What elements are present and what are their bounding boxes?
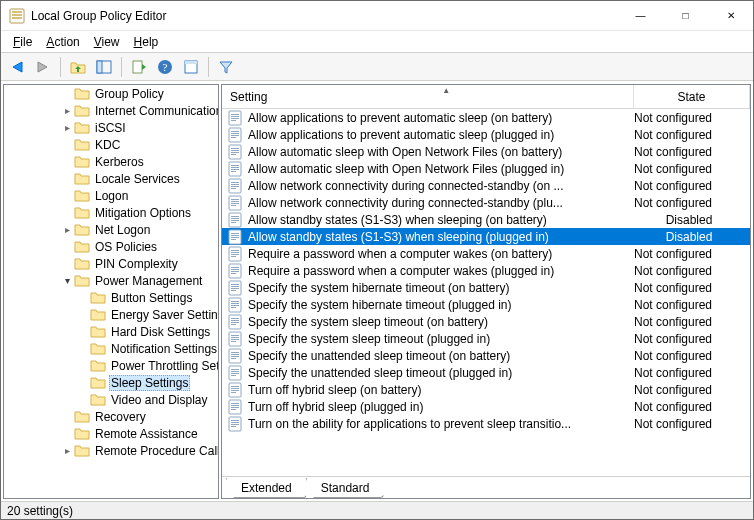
tree-node[interactable]: OS Policies [4, 238, 218, 255]
list-row[interactable]: Specify the system sleep timeout (plugge… [222, 330, 750, 347]
list-row[interactable]: Specify the unattended sleep timeout (on… [222, 347, 750, 364]
list-row[interactable]: Allow automatic sleep with Open Network … [222, 143, 750, 160]
tree-node[interactable]: Hard Disk Settings [4, 323, 218, 340]
list-row[interactable]: Turn on the ability for applications to … [222, 415, 750, 432]
tree-node[interactable]: Power Throttling Settings [4, 357, 218, 374]
policy-icon [228, 331, 244, 347]
tree-node-label: Net Logon [93, 223, 152, 237]
tree-node[interactable]: Logon [4, 187, 218, 204]
minimize-button[interactable]: — [618, 1, 663, 30]
list-row[interactable]: Allow applications to prevent automatic … [222, 109, 750, 126]
list-row[interactable]: Specify the system hibernate timeout (pl… [222, 296, 750, 313]
tree-node[interactable]: KDC [4, 136, 218, 153]
back-button[interactable] [5, 56, 29, 78]
chevron-down-icon[interactable]: ▾ [60, 275, 74, 286]
tree-node-label: Mitigation Options [93, 206, 193, 220]
setting-state: Not configured [634, 196, 750, 210]
close-button[interactable]: ✕ [708, 1, 753, 30]
menu-view[interactable]: View [88, 33, 126, 51]
forward-button[interactable] [31, 56, 55, 78]
tree-node-label: Energy Saver Settings [109, 308, 218, 322]
show-hide-tree-button[interactable] [92, 56, 116, 78]
toolbar-separator [60, 57, 61, 77]
chevron-right-icon[interactable]: ▸ [60, 105, 74, 116]
tree-node[interactable]: ▸iSCSI [4, 119, 218, 136]
properties-button[interactable] [179, 56, 203, 78]
tree-node[interactable]: ▸Net Logon [4, 221, 218, 238]
policy-icon [228, 212, 244, 228]
column-setting[interactable]: Setting ▲ [222, 85, 634, 108]
filter-button[interactable] [214, 56, 238, 78]
menu-file[interactable]: File [7, 33, 38, 51]
tree-node-label: Internet Communication Management [93, 104, 218, 118]
setting-name: Allow applications to prevent automatic … [248, 128, 634, 142]
tree-node[interactable]: Mitigation Options [4, 204, 218, 221]
tree-node-label: OS Policies [93, 240, 159, 254]
tree-node[interactable]: Recovery [4, 408, 218, 425]
details-tabs: Extended Standard [222, 476, 750, 498]
tree-node[interactable]: Energy Saver Settings [4, 306, 218, 323]
tree-node[interactable]: ▾Power Management [4, 272, 218, 289]
export-list-button[interactable] [127, 56, 151, 78]
tree-scroll[interactable]: Group Policy▸Internet Communication Mana… [4, 85, 218, 498]
setting-state: Not configured [634, 264, 750, 278]
help-button[interactable] [153, 56, 177, 78]
setting-name: Specify the system hibernate timeout (pl… [248, 298, 634, 312]
setting-name: Allow standby states (S1-S3) when sleepi… [248, 230, 634, 244]
list-row[interactable]: Specify the system sleep timeout (on bat… [222, 313, 750, 330]
tree-node[interactable]: Kerberos [4, 153, 218, 170]
setting-name: Specify the system sleep timeout (plugge… [248, 332, 634, 346]
list-row[interactable]: Allow network connectivity during connec… [222, 194, 750, 211]
chevron-right-icon[interactable]: ▸ [60, 445, 74, 456]
chevron-right-icon[interactable]: ▸ [60, 224, 74, 235]
up-button[interactable] [66, 56, 90, 78]
list-row[interactable]: Allow standby states (S1-S3) when sleepi… [222, 211, 750, 228]
setting-state: Not configured [634, 417, 750, 431]
setting-state: Not configured [634, 332, 750, 346]
settings-list: Setting ▲ State Allow applications to pr… [222, 85, 750, 476]
tree-node[interactable]: Notification Settings [4, 340, 218, 357]
tab-extended[interactable]: Extended [226, 478, 307, 498]
setting-state: Not configured [634, 111, 750, 125]
tree-node[interactable]: Sleep Settings [4, 374, 218, 391]
list-row[interactable]: Specify the system hibernate timeout (on… [222, 279, 750, 296]
column-setting-label: Setting [230, 90, 267, 104]
policy-icon [228, 195, 244, 211]
list-row[interactable]: Require a password when a computer wakes… [222, 262, 750, 279]
list-row[interactable]: Turn off hybrid sleep (on battery)Not co… [222, 381, 750, 398]
tree-node[interactable]: ▸Internet Communication Management [4, 102, 218, 119]
tree-node[interactable]: ▸Remote Procedure Call [4, 442, 218, 459]
menu-help[interactable]: Help [128, 33, 165, 51]
titlebar: Local Group Policy Editor — □ ✕ [1, 1, 753, 31]
list-row[interactable]: Allow automatic sleep with Open Network … [222, 160, 750, 177]
tree-node[interactable]: Group Policy [4, 85, 218, 102]
policy-icon [228, 314, 244, 330]
policy-icon [228, 178, 244, 194]
setting-state: Not configured [634, 162, 750, 176]
console-tree[interactable]: Group Policy▸Internet Communication Mana… [3, 84, 219, 499]
menu-action[interactable]: Action [40, 33, 85, 51]
column-state[interactable]: State [634, 85, 750, 108]
list-rows[interactable]: Allow applications to prevent automatic … [222, 109, 750, 476]
window-title: Local Group Policy Editor [31, 9, 618, 23]
tree-node-label: Hard Disk Settings [109, 325, 212, 339]
list-row[interactable]: Require a password when a computer wakes… [222, 245, 750, 262]
tree-node-label: KDC [93, 138, 122, 152]
list-row[interactable]: Turn off hybrid sleep (plugged in)Not co… [222, 398, 750, 415]
list-row[interactable]: Specify the unattended sleep timeout (pl… [222, 364, 750, 381]
tree-node[interactable]: PIN Complexity [4, 255, 218, 272]
tree-node[interactable]: Button Settings [4, 289, 218, 306]
list-row[interactable]: Allow standby states (S1-S3) when sleepi… [222, 228, 750, 245]
tree-node[interactable]: Video and Display [4, 391, 218, 408]
chevron-right-icon[interactable]: ▸ [60, 122, 74, 133]
list-row[interactable]: Allow applications to prevent automatic … [222, 126, 750, 143]
setting-state: Not configured [634, 383, 750, 397]
window-controls: — □ ✕ [618, 1, 753, 30]
setting-name: Allow applications to prevent automatic … [248, 111, 634, 125]
list-row[interactable]: Allow network connectivity during connec… [222, 177, 750, 194]
tree-node[interactable]: Locale Services [4, 170, 218, 187]
maximize-button[interactable]: □ [663, 1, 708, 30]
setting-state: Not configured [634, 281, 750, 295]
tab-standard[interactable]: Standard [306, 478, 385, 498]
tree-node[interactable]: Remote Assistance [4, 425, 218, 442]
